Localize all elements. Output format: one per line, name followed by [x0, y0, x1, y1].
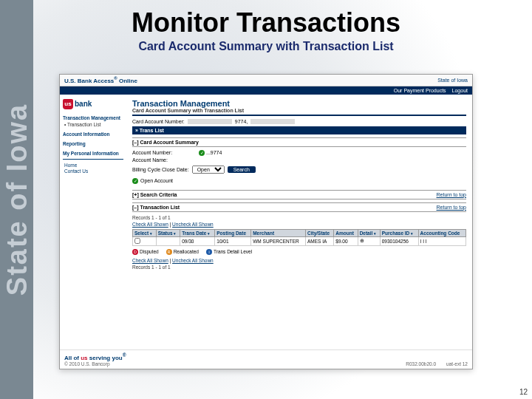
open-account-icon: ✓ — [132, 178, 138, 184]
check-all-link[interactable]: Check All Shown — [132, 222, 168, 227]
return-top-link-2[interactable]: Return to top — [437, 205, 466, 210]
embedded-screenshot: U.S. Bank Access® Online State of Iowa O… — [59, 74, 473, 369]
col-merchant[interactable]: Merchant — [251, 229, 306, 236]
tenant-name: State of Iowa — [437, 78, 468, 83]
cell-select[interactable] — [133, 236, 157, 245]
usbank-wordmark: bank — [75, 100, 92, 108]
account-grid: Account Number: ✓...9774 Account Name: — [132, 150, 466, 163]
col-amount[interactable]: Amount — [334, 229, 358, 236]
left-nav: Transaction Management • Transaction Lis… — [63, 115, 123, 174]
footer-copyright: © 2010 U.S. Bancorp — [64, 361, 126, 366]
sort-icon: ▾ — [374, 231, 376, 236]
nav-payment-products[interactable]: Our Payment Products — [394, 88, 446, 93]
main-panel: Transaction Management Card Account Summ… — [126, 95, 472, 276]
legend-reallocated: Reallocated — [174, 249, 199, 254]
product-name: U.S. Bank Access® Online — [64, 76, 137, 84]
disputed-icon: D — [132, 249, 138, 255]
col-purchase-id[interactable]: Purchase ID ▾ — [380, 229, 418, 236]
card-account-summary-header[interactable]: [–] Card Account Summary — [132, 137, 466, 147]
tl-toggle[interactable]: [–] Transaction List — [132, 205, 180, 210]
footer-tagline: All of us serving you® — [64, 352, 126, 361]
sort-icon: ▾ — [174, 231, 176, 236]
usbank-logo: us bank — [63, 99, 123, 109]
cell-amount: $9.00 — [334, 236, 358, 245]
screenshot-footer: All of us serving you® © 2010 U.S. Banco… — [60, 349, 472, 369]
footer-col: uat-ext 12 — [446, 361, 468, 366]
billing-cycle-row: Billing Cycle Close Date: Open Search — [132, 166, 466, 174]
account-name-label: Account Name: — [132, 157, 199, 163]
trans-list-bar[interactable]: » Trans List — [132, 126, 466, 134]
col-select[interactable]: Select ▾ — [133, 229, 157, 236]
nav-section-reporting[interactable]: Reporting — [63, 141, 123, 146]
cell-merchant: WM SUPERCENTER — [251, 236, 306, 245]
cell-status — [156, 236, 180, 245]
billing-cycle-select[interactable]: Open — [192, 166, 225, 174]
sort-icon: ▾ — [150, 231, 152, 236]
check-all-row-bottom: Check All Shown | Uncheck All Shown — [132, 258, 466, 263]
col-detail[interactable]: Detail ▾ — [358, 229, 380, 236]
card-account-row: Card Account Number: 9774, — [132, 119, 466, 124]
cell-posting-date: 10/01 — [215, 236, 251, 245]
card-account-suffix: 9774, — [235, 119, 248, 124]
card-account-label: Card Account Number: — [132, 119, 185, 124]
records-count-bottom: Records 1 - 1 of 1 — [132, 265, 466, 270]
nav-item-transaction-list[interactable]: • Transaction List — [64, 122, 123, 127]
row-checkbox[interactable] — [134, 238, 140, 244]
page-subtitle: Card Account Summary with Transaction Li… — [132, 108, 466, 116]
legend-disputed: Disputed — [140, 249, 159, 254]
nav-contact-us[interactable]: Contact Us — [64, 168, 123, 174]
open-account-legend: ✓ Open Account — [132, 178, 466, 184]
slide-subtitle: Card Account Summary with Transaction Li… — [0, 40, 532, 53]
uncheck-all-link-2[interactable]: Uncheck All Shown — [172, 258, 214, 263]
return-top-link[interactable]: Return to top — [437, 192, 466, 197]
search-criteria-header[interactable]: [+] Search Criteria Return to top — [132, 190, 466, 200]
cell-accounting-code[interactable]: I I I — [418, 236, 466, 245]
slide-title-block: Monitor Transactions Card Account Summar… — [0, 7, 532, 53]
usbank-shield-icon: us — [63, 99, 73, 109]
page-title: Transaction Management — [132, 99, 466, 108]
app-header: U.S. Bank Access® Online State of Iowa — [60, 75, 472, 86]
top-navbar: Our Payment Products Logout — [60, 86, 472, 95]
card-account-masked2 — [250, 119, 295, 124]
transaction-table: Select ▾ Status ▾ Trans Date ▾ Posting D… — [132, 229, 466, 246]
records-count: Records 1 - 1 of 1 — [132, 215, 466, 220]
transaction-list-header[interactable]: [–] Transaction List Return to top — [132, 202, 466, 212]
col-status[interactable]: Status ▾ — [156, 229, 180, 236]
uncheck-all-link[interactable]: Uncheck All Shown — [172, 222, 214, 227]
footer-code: R032.00b20.0 — [406, 361, 436, 366]
slide-page-number: 12 — [519, 388, 528, 396]
table-row: 09/30 10/01 WM SUPERCENTER AMES IA $9.00… — [133, 236, 466, 245]
account-number-value: ✓...9774 — [199, 150, 466, 156]
billing-cycle-label: Billing Cycle Close Date: — [132, 167, 189, 172]
sc-toggle[interactable]: [+] Search Criteria — [132, 192, 177, 197]
legend-trans-detail: Trans Detail Level — [214, 249, 252, 254]
col-accounting-code[interactable]: Accounting Code — [418, 229, 466, 236]
product-suffix: Online — [119, 78, 137, 84]
slide-sidebar: State of Iowa — [0, 0, 33, 399]
cas-toggle[interactable]: [–] Card Account Summary — [132, 140, 199, 145]
sort-icon: ▾ — [208, 231, 210, 236]
card-account-masked — [188, 119, 232, 124]
reg-mark: ® — [114, 76, 117, 81]
nav-section-my-personal-info[interactable]: My Personal Information — [63, 151, 123, 156]
col-trans-date[interactable]: Trans Date ▾ — [180, 229, 215, 236]
cell-trans-date: 09/30 — [180, 236, 215, 245]
left-panel: us bank Transaction Management • Transac… — [60, 95, 126, 276]
reallocated-icon: R — [166, 249, 172, 255]
check-all-link-2[interactable]: Check All Shown — [132, 258, 168, 263]
col-posting-date[interactable]: Posting Date — [215, 229, 251, 236]
slide-title: Monitor Transactions — [0, 7, 532, 38]
open-account-label: Open Account — [140, 178, 173, 183]
col-city-state[interactable]: City/State — [306, 229, 334, 236]
sort-icon: ▾ — [411, 231, 413, 236]
account-number-text: ...9774 — [206, 150, 222, 155]
nav-section-account-info[interactable]: Account Information — [63, 132, 123, 137]
account-number-label: Account Number: — [132, 150, 199, 156]
search-button[interactable]: Search — [228, 166, 256, 173]
nav-section-tm[interactable]: Transaction Management — [63, 115, 123, 120]
status-open-icon: ✓ — [199, 150, 205, 156]
sidebar-text: State of Iowa — [1, 103, 33, 296]
nav-home[interactable]: Home — [64, 163, 123, 168]
nav-logout[interactable]: Logout — [452, 88, 468, 93]
cell-detail[interactable]: ⊕ — [358, 236, 380, 245]
